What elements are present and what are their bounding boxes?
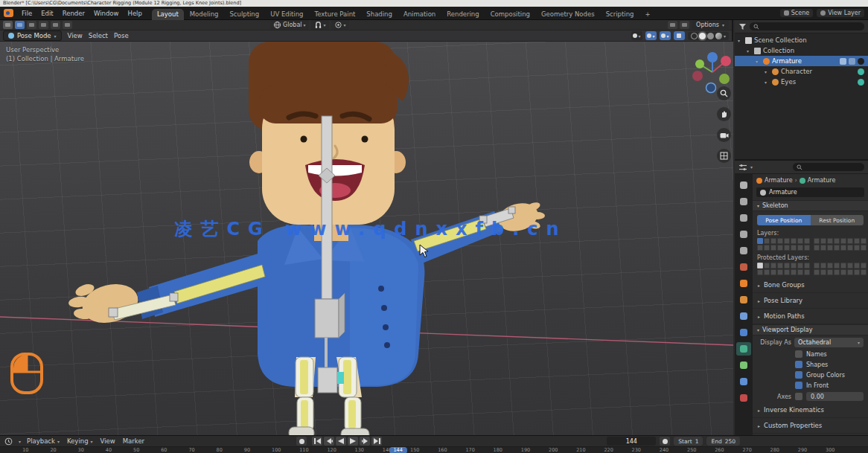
cursor-tool-icon[interactable] bbox=[27, 21, 36, 29]
auto-keying-button[interactable] bbox=[296, 437, 307, 446]
bone-spine[interactable] bbox=[322, 116, 332, 299]
checkbox[interactable] bbox=[795, 382, 802, 389]
badge-modifier[interactable] bbox=[858, 79, 864, 86]
layer-cell[interactable] bbox=[854, 263, 860, 269]
layer-cell[interactable] bbox=[764, 263, 770, 269]
scale-tool-icon[interactable] bbox=[63, 21, 72, 29]
layer-cell[interactable] bbox=[770, 238, 776, 244]
wireframe-shading-button[interactable] bbox=[691, 33, 698, 39]
select-tool-icon[interactable] bbox=[15, 21, 25, 29]
layer-cell[interactable] bbox=[804, 245, 810, 251]
layer-cell[interactable] bbox=[840, 263, 846, 269]
datablock-name-field[interactable]: Armature bbox=[756, 187, 864, 197]
record-button[interactable] bbox=[660, 437, 670, 446]
show-gizmos-toggle[interactable]: ▾ bbox=[645, 31, 657, 40]
gizmo-x-axis[interactable] bbox=[721, 56, 731, 66]
protected-grid-right[interactable] bbox=[814, 263, 867, 275]
menu-item[interactable]: Render bbox=[59, 9, 89, 18]
workspace-tab[interactable]: Geometry Nodes bbox=[536, 9, 600, 20]
previous-keyframe-button[interactable] bbox=[324, 437, 334, 446]
workspace-tab[interactable]: Sculpting bbox=[224, 9, 264, 20]
overlay-extra-icon[interactable] bbox=[680, 21, 689, 29]
layer-cell[interactable] bbox=[797, 245, 803, 251]
properties-editor-icon[interactable] bbox=[738, 164, 747, 171]
timeline-menu-item[interactable]: View ▾ bbox=[100, 437, 115, 445]
layer-cell[interactable] bbox=[861, 238, 867, 244]
bone-chest-box[interactable] bbox=[315, 299, 339, 338]
panel-header-collapsed[interactable]: ▸ Custom Properties bbox=[753, 418, 868, 434]
view-gizmo-toggle-icon[interactable] bbox=[668, 21, 677, 29]
panel-header-collapsed[interactable]: ▸ Bone Groups bbox=[753, 277, 868, 293]
layer-cell[interactable] bbox=[820, 245, 826, 251]
gizmo-neg-x-axis[interactable] bbox=[692, 71, 703, 81]
timeline-menu-item[interactable]: Marker ▾ bbox=[123, 437, 144, 445]
layer-cell[interactable] bbox=[834, 263, 840, 269]
expand-arrow-icon[interactable]: ▾ bbox=[756, 59, 761, 64]
badge-pose[interactable] bbox=[840, 58, 846, 65]
display-as-select[interactable]: Octahedral ▾ bbox=[794, 338, 864, 347]
properties-tab[interactable] bbox=[736, 293, 751, 306]
outliner-row[interactable]: ▾ Armature bbox=[735, 56, 868, 66]
viewport-3d[interactable]: Global ▾ ▾ ▾ Options bbox=[0, 20, 733, 435]
workspace-tab[interactable]: Compositing bbox=[485, 9, 535, 20]
options-dropdown[interactable]: Options ▾ bbox=[692, 21, 729, 29]
workspace-tab[interactable]: Animation bbox=[398, 9, 441, 20]
viewport-display-panel-header[interactable]: ▾ Viewport Display bbox=[753, 324, 868, 335]
start-frame-field[interactable]: Start 1 bbox=[674, 437, 703, 446]
expand-arrow-icon[interactable]: ▾ bbox=[765, 80, 770, 85]
menu-item[interactable]: Window bbox=[90, 9, 123, 18]
layers-grid-left[interactable] bbox=[757, 238, 810, 251]
layer-cell[interactable] bbox=[784, 263, 790, 269]
properties-tab[interactable] bbox=[736, 375, 751, 388]
skeleton-panel-header[interactable]: ▾ Skeleton bbox=[753, 200, 868, 211]
visibility-dropdown[interactable]: ▾ bbox=[631, 31, 642, 40]
camera-view-button[interactable] bbox=[717, 128, 731, 142]
properties-tab[interactable] bbox=[736, 359, 751, 372]
workspace-tab[interactable]: Modeling bbox=[185, 9, 224, 20]
properties-tab[interactable] bbox=[736, 260, 751, 274]
properties-tab[interactable] bbox=[736, 179, 751, 192]
timeline-menu-item[interactable]: Keying ▾ bbox=[67, 437, 93, 445]
outliner-row[interactable]: ▾ Character bbox=[735, 66, 868, 77]
layer-cell[interactable] bbox=[861, 263, 867, 269]
layer-cell[interactable] bbox=[814, 269, 820, 275]
layer-cell[interactable] bbox=[840, 238, 846, 244]
layer-cell[interactable] bbox=[854, 269, 860, 275]
material-shading-button[interactable] bbox=[707, 33, 714, 39]
layer-cell[interactable] bbox=[804, 263, 810, 269]
play-button[interactable] bbox=[348, 437, 358, 446]
properties-tab[interactable] bbox=[736, 342, 751, 356]
next-keyframe-button[interactable] bbox=[360, 437, 370, 446]
layer-cell[interactable] bbox=[784, 269, 790, 275]
blender-logo-icon[interactable] bbox=[4, 9, 13, 17]
properties-search[interactable] bbox=[793, 163, 864, 171]
layer-cell[interactable] bbox=[847, 238, 853, 244]
protected-grid-left[interactable] bbox=[757, 263, 810, 275]
layer-cell[interactable] bbox=[814, 238, 820, 244]
checkbox[interactable] bbox=[795, 361, 802, 368]
timeline-ruler[interactable]: 144 102030405060708090100110120130140150… bbox=[0, 447, 868, 453]
layer-cell[interactable] bbox=[764, 269, 770, 275]
properties-tab[interactable] bbox=[736, 244, 751, 257]
zoom-button[interactable] bbox=[717, 86, 731, 100]
layer-cell[interactable] bbox=[820, 269, 826, 275]
breadcrumb-object[interactable]: Armature bbox=[765, 177, 793, 184]
layers-grid-right[interactable] bbox=[814, 238, 867, 251]
panel-header-collapsed[interactable]: ▸ Motion Paths bbox=[753, 309, 868, 324]
end-frame-field[interactable]: End 250 bbox=[706, 437, 740, 446]
mode-dropdown[interactable]: Pose Mode ▾ bbox=[3, 30, 62, 41]
layer-cell[interactable] bbox=[757, 245, 763, 251]
layer-cell[interactable] bbox=[791, 269, 797, 275]
layer-cell[interactable] bbox=[820, 238, 826, 244]
panel-header-collapsed[interactable]: ▸ Pose Library bbox=[753, 293, 868, 309]
workspace-tab[interactable]: UV Editing bbox=[265, 9, 308, 20]
workspace-tab[interactable]: Texture Paint bbox=[310, 9, 361, 20]
properties-tab[interactable] bbox=[736, 309, 751, 323]
menu-item[interactable]: Help bbox=[124, 9, 145, 18]
badge-data[interactable] bbox=[849, 58, 855, 65]
workspace-tab[interactable]: Rendering bbox=[441, 9, 484, 20]
layer-cell[interactable] bbox=[834, 238, 840, 244]
layer-cell[interactable] bbox=[791, 245, 797, 251]
rotate-tool-icon[interactable] bbox=[51, 21, 60, 29]
snapping-dropdown[interactable]: ▾ bbox=[311, 20, 329, 30]
